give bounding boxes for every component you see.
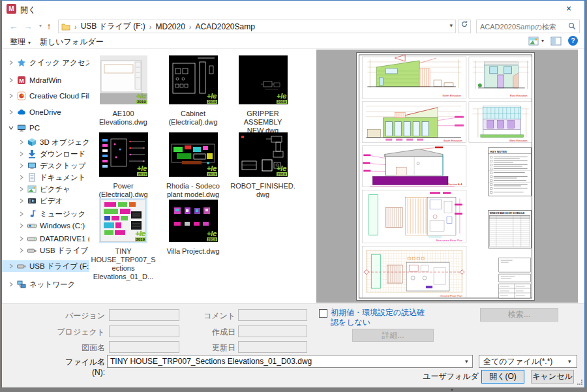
file-item-rhodia[interactable]: +le2019 Rhodia - Sodeco plant model.dwg	[159, 131, 227, 199]
file-name: Rhodia - Sodeco plant model.dwg	[159, 182, 227, 199]
picture-icon	[27, 185, 37, 194]
organize-button[interactable]: 整理▾	[10, 37, 31, 48]
project-field[interactable]	[109, 325, 179, 337]
cloud-icon	[17, 108, 26, 117]
skip-settings-checkbox[interactable]	[319, 309, 327, 318]
breadcrumb-segment[interactable]: MD2020	[155, 22, 185, 31]
preview-pane-toggle-icon[interactable]	[550, 37, 562, 46]
file-thumbnail: +le2019	[100, 55, 147, 104]
sidebar-item-music[interactable]: ミュージック	[2, 208, 89, 220]
file-item-ae100[interactable]: +le2019 AE100 Elevations.dwg	[89, 54, 157, 127]
updated-date-field[interactable]	[238, 341, 307, 353]
new-folder-button[interactable]: 新しいフォルダー	[40, 37, 104, 48]
svg-text:West Elevation: West Elevation	[509, 139, 528, 142]
svg-text:North Elevation: North Elevation	[442, 94, 461, 97]
file-thumbnail: +le2019	[239, 55, 288, 104]
file-thumbnail: +le2019	[99, 132, 148, 177]
sidebar-item-pc[interactable]: PC	[2, 122, 89, 134]
sidebar-item-onedrive[interactable]: OneDrive	[2, 106, 89, 118]
cancel-button[interactable]: キャンセル	[531, 370, 574, 384]
project-label: プロジェクト	[41, 327, 105, 338]
navigation-pane: クイック アクセス MdrafWin Creative Cloud Files …	[2, 49, 89, 303]
sidebar-item-creative-cloud-files[interactable]: Creative Cloud Files	[2, 90, 89, 102]
sidebar-item-3d-objects[interactable]: 3D オブジェクト	[2, 136, 89, 148]
sidebar-item-documents[interactable]: ドキュメント	[2, 172, 89, 183]
panel-east-elevation: East Elevation	[469, 57, 532, 98]
comment-field[interactable]	[238, 309, 307, 321]
file-thumbnail: +le2019	[100, 200, 146, 242]
sidebar-item-pictures[interactable]: ピクチャ	[2, 183, 89, 195]
sidebar-item-quick-access[interactable]: クイック アクセス	[2, 57, 89, 68]
user-folder-button[interactable]: ユーザフォルダ ▾	[423, 370, 479, 383]
music-icon	[27, 209, 37, 219]
svg-text:Mezzanine Floor Plan: Mezzanine Floor Plan	[436, 239, 463, 242]
sidebar-item-windows-c[interactable]: Windows (C:)	[2, 220, 89, 232]
file-thumbnail: +le2019	[239, 132, 288, 177]
file-item-power[interactable]: +le2019 Power (Electrical).dwg	[89, 131, 157, 199]
updated-date-label: 更新日	[187, 342, 235, 354]
drawing-name-field[interactable]	[109, 341, 179, 353]
help-icon[interactable]: ?	[568, 36, 578, 46]
command-toolbar: 整理▾ 新しいフォルダー ▾ ?	[2, 35, 584, 49]
up-button[interactable]: ↑	[42, 20, 55, 33]
key-notes-box: KEY NOTES	[489, 148, 532, 196]
mdrafwin-icon	[17, 76, 26, 85]
search-icon[interactable]	[568, 22, 577, 31]
thumbnail-view-icon	[528, 37, 539, 46]
file-item-tiny-house[interactable]: +le2019 TINY HOUSE_TRP007_S ections Elev…	[89, 198, 157, 281]
dwg-2019-badge: +le2019	[207, 230, 217, 241]
address-bar[interactable]: › USB ドライブ (F:) › MD2020 › ACAD2020Samp …	[58, 20, 456, 33]
sidebar-item-videos[interactable]: ビデオ	[2, 195, 89, 207]
version-field[interactable]	[109, 309, 179, 321]
usb-drive-icon	[27, 246, 37, 255]
file-name: Power (Electrical).dwg	[89, 182, 157, 199]
svg-text:East Elevation: East Elevation	[510, 94, 528, 97]
back-button[interactable]: ←	[7, 20, 20, 33]
refresh-button[interactable]	[458, 20, 471, 33]
created-date-label: 作成日	[187, 327, 235, 338]
breadcrumb-segment[interactable]: USB ドライブ (F:)	[81, 21, 145, 32]
file-item-cabinet[interactable]: +le2019 Cabinet (Electrical).dwg	[159, 54, 227, 127]
title-block	[499, 258, 531, 298]
open-button[interactable]: 開く(O)	[481, 370, 524, 384]
sidebar-item-network[interactable]: ネットワーク	[2, 279, 89, 290]
panel-mezzanine-plan: Mezzanine Floor Plan	[362, 190, 466, 243]
sidebar-item-downloads[interactable]: ダウンロード	[2, 148, 89, 160]
file-item-villa[interactable]: +le2019 Villa Project.dwg	[159, 198, 227, 256]
svg-text:Ground Floor Plan: Ground Floor Plan	[440, 294, 463, 297]
sidebar-item-desktop[interactable]: デスクトップ	[2, 160, 89, 172]
selected-thumbnail-highlight: +le2019	[99, 198, 147, 243]
svg-text:South Elevation: South Elevation	[444, 139, 463, 142]
close-icon[interactable]: ×	[562, 3, 575, 14]
filename-dropdown-icon[interactable]: ▾	[465, 358, 468, 365]
network-icon	[17, 280, 26, 289]
address-dropdown-icon[interactable]: ▾	[449, 22, 453, 29]
main-content: クイック アクセス MdrafWin Creative Cloud Files …	[2, 49, 584, 303]
file-list: +le2019 AE100 Elevations.dwg +le2019 Cab…	[89, 49, 316, 303]
search-input[interactable]	[480, 21, 565, 32]
svg-text:KEY NOTES: KEY NOTES	[490, 150, 507, 153]
sidebar-item-usb-drive-f-selected[interactable]: USB ドライブ (F:)	[2, 260, 89, 272]
computer-icon	[17, 123, 26, 132]
filetype-dropdown-icon: ▾	[568, 358, 571, 365]
file-item-robot[interactable]: +le2019 ROBOT_FINISHED.dwg	[229, 131, 297, 199]
breadcrumb-segment[interactable]: ACAD2020Samp	[196, 22, 255, 31]
drive-icon	[27, 221, 37, 230]
sidebar-item-mdrafwin[interactable]: MdrafWin	[2, 74, 89, 86]
filetype-select[interactable]: 全てのファイル(*.*)	[479, 355, 577, 368]
file-name: TINY HOUSE_TRP007_S ections Elevations_0…	[89, 247, 157, 281]
details-button[interactable]: 詳細...	[352, 329, 434, 342]
search-button[interactable]: 検索...	[480, 308, 558, 322]
app-icon: M	[7, 4, 16, 14]
svg-text:WINDOW AND DOOR SCHEDULE: WINDOW AND DOOR SCHEDULE	[490, 212, 525, 215]
file-item-gripper[interactable]: +le2019 GRIPPER ASSEMBLY NEW.dwg	[229, 54, 297, 135]
filename-input[interactable]	[107, 355, 473, 368]
drawing-sheet: North Elevation	[356, 52, 535, 301]
sidebar-item-usb-drive-f[interactable]: USB ドライブ (F:)	[2, 245, 89, 256]
forward-button[interactable]: →	[22, 20, 35, 33]
sidebar-item-datadrive1-d[interactable]: DATADRIVE1 (D:)	[2, 233, 89, 245]
created-date-field[interactable]	[238, 325, 307, 337]
file-name: Villa Project.dwg	[159, 247, 227, 256]
resize-grip[interactable]	[577, 380, 582, 385]
view-mode-button[interactable]: ▾	[528, 37, 544, 46]
